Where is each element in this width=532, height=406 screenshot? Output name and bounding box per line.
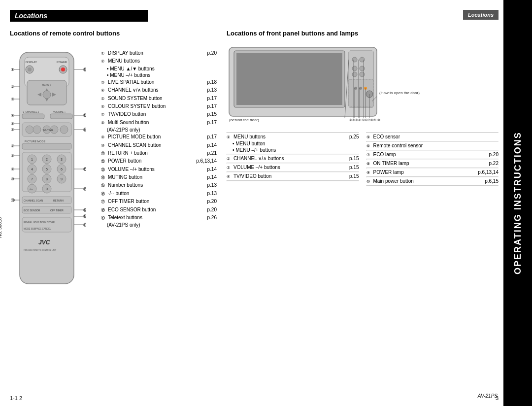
right-section-title: Locations of front panel buttons and lam… [227, 30, 499, 37]
fp-list-item: ⑦ ECO lamp p.20 [366, 152, 499, 157]
svg-text:MODE SUBPAGE CANCEL: MODE SUBPAGE CANCEL [24, 228, 51, 230]
tv-svg: ①②③④ ⑤⑥⑦⑧⑨ ⑩ (behind the door) (How to o… [227, 45, 424, 124]
list-item: ⑤ SOUND SYSTEM button p.17 [101, 95, 217, 102]
svg-text:⑦: ⑦ [11, 144, 14, 148]
right-header: Locations [227, 10, 499, 22]
list-item: ⑨ PICTURE MODE button p.17 [101, 134, 217, 140]
page-numbers: 1-1 2 3 [10, 390, 499, 401]
svg-point-7 [61, 68, 65, 71]
svg-text:⑧: ⑧ [11, 154, 14, 158]
svg-text:⑪: ⑪ [11, 198, 15, 203]
model-label: AV-21PS [478, 393, 498, 399]
list-item: ⑲ Teletext buttons p.26 [101, 214, 217, 221]
svg-text:⑫: ⑫ [83, 68, 86, 72]
fp-list-item: ④ TV/VIDEO button p.15 [227, 173, 359, 179]
svg-rect-18 [50, 114, 72, 119]
svg-rect-102 [236, 53, 342, 105]
list-item: ⑭ MUTING button p.14 [101, 174, 217, 180]
svg-text:⑱: ⑱ [83, 214, 86, 219]
fp-list-item: ② CHANNEL ∨/∧ buttons p.15 [227, 156, 359, 161]
svg-text:9: 9 [61, 177, 63, 181]
svg-text:①②③④  ⑤⑥⑦⑧⑨  ⑩: ①②③④ ⑤⑥⑦⑧⑨ ⑩ [349, 118, 380, 122]
list-item: ⑯ -/-- button p.13 [101, 190, 217, 197]
svg-text:DISPLAY: DISPLAY [26, 61, 37, 64]
list-item: ③ LIVE SPATIAL button p.18 [101, 79, 217, 85]
main-content: Locations Locations Locations of remote … [0, 0, 503, 406]
fp-list-item: ⑧ ON TIMER lamp p.22 [366, 161, 499, 166]
right-title: Locations [463, 10, 499, 20]
content-columns: No. 56018 DISPLAY POWER [10, 45, 499, 390]
svg-text:③: ③ [11, 97, 14, 102]
svg-text:2: 2 [46, 158, 48, 161]
svg-point-21 [33, 126, 41, 134]
operating-instructions-banner: OPERATING INSTRUCTIONS [503, 0, 532, 406]
svg-text:④: ④ [11, 113, 14, 118]
svg-point-108 [360, 66, 365, 71]
svg-text:②: ② [11, 85, 14, 89]
page-number-left: 1-1 2 [10, 395, 22, 401]
list-item: ⑫ POWER button p.6,13,14 [101, 158, 217, 164]
svg-text:⑯: ⑯ [83, 187, 86, 191]
list-item: ⑧ Multi Sound button p.17 [101, 119, 217, 126]
list-item: ⑦ TV/VIDEO button p.15 [101, 111, 217, 117]
svg-text:POWER: POWER [57, 61, 67, 64]
svg-text:①: ① [11, 68, 14, 72]
fp-sub-item: • MENU –/+ buttons [227, 147, 359, 153]
page-container: Locations Locations Locations of remote … [0, 0, 532, 406]
svg-text:VOLUME +: VOLUME + [53, 110, 66, 113]
svg-text:∨ CHANNEL ∧: ∨ CHANNEL ∧ [23, 110, 40, 113]
svg-rect-17 [22, 114, 44, 119]
fp-list-item: ⑨ POWER lamp p.6,13,14 [366, 169, 499, 175]
svg-text:3: 3 [61, 158, 63, 161]
svg-text:0: 0 [46, 187, 48, 191]
list-item: ④ CHANNEL ∨/∧ buttons p.13 [101, 87, 217, 93]
remote-svg: DISPLAY POWER MENU + [10, 50, 86, 291]
fp-list-item: ⑩ Main power button p.6,15 [366, 178, 499, 184]
fp-sub-item: • MENU button [227, 141, 359, 146]
svg-text:JVC: JVC [38, 239, 50, 246]
svg-text:RETURN: RETURN [53, 199, 64, 202]
fp-list-item: ① MENU buttons p.25 [227, 134, 359, 139]
svg-text:⑰: ⑰ [83, 208, 86, 212]
fp-list-item: ③ VOLUME –/+ buttons p.15 [227, 165, 359, 170]
svg-text:⑩: ⑩ [11, 177, 14, 181]
svg-text:8: 8 [46, 177, 48, 181]
svg-text:6: 6 [61, 168, 63, 171]
svg-text:PICTURE MODE: PICTURE MODE [25, 140, 46, 143]
serial-number: No. 56018 [0, 217, 2, 238]
sub-item: (AV-21PS only) [101, 222, 217, 228]
fp-list-item: ⑥ Remote control sensor [366, 143, 499, 148]
svg-point-5 [28, 68, 32, 71]
front-panel-items: ① MENU buttons p.25 • MENU button • MENU… [227, 131, 499, 187]
sub-item: • MENU –/+ buttons [101, 72, 217, 78]
svg-point-105 [352, 57, 357, 62]
left-header: Locations [10, 10, 217, 22]
svg-point-107 [352, 66, 357, 71]
svg-text:(How to open the door): (How to open the door) [379, 91, 420, 95]
svg-text:⑬: ⑬ [83, 113, 86, 118]
svg-text:1: 1 [31, 158, 33, 161]
list-item: ⑩ CHANNEL SCAN button p.14 [101, 142, 217, 148]
svg-text:CHANNEL SCAN: CHANNEL SCAN [24, 199, 43, 202]
sub-item: • MENU ▲/▼ buttons [101, 66, 217, 71]
list-item: ⑱ ECO SENSOR button p.20 [101, 206, 217, 213]
tv-illustration: ①②③④ ⑤⑥⑦⑧⑨ ⑩ (behind the door) (How to o… [227, 45, 499, 125]
svg-text:⑤: ⑤ [11, 122, 14, 126]
list-item: ⑬ VOLUME –/+ buttons p.14 [101, 166, 217, 172]
left-section-title: Locations of remote control buttons [10, 30, 217, 37]
list-item: ⑮ Number buttons p.13 [101, 182, 217, 188]
list-item: ② MENU buttons [101, 58, 217, 64]
svg-text:(behind the door): (behind the door) [229, 118, 259, 122]
svg-text:MUTING: MUTING [43, 129, 53, 132]
remote-items-list: ① DISPLAY button p.20 ② MENU buttons • M… [101, 45, 217, 390]
svg-text:-/--: -/-- [30, 188, 33, 191]
svg-point-109 [352, 72, 357, 77]
left-title: Locations [10, 10, 148, 22]
remote-area: No. 56018 DISPLAY POWER [10, 45, 96, 390]
svg-text:⑲: ⑲ [83, 223, 86, 227]
right-column: ①②③④ ⑤⑥⑦⑧⑨ ⑩ (behind the door) (How to o… [227, 45, 499, 390]
svg-point-106 [360, 57, 365, 62]
svg-text:MENU +: MENU + [42, 83, 51, 86]
list-item: ① DISPLAY button p.20 [101, 50, 217, 56]
svg-text:ECO SENSOR: ECO SENSOR [24, 209, 40, 212]
